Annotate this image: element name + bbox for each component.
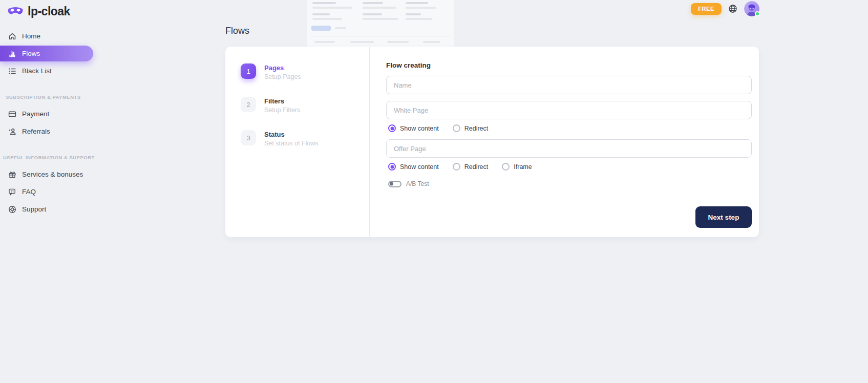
step-pages[interactable]: 1 Pages Setup Pages (241, 63, 369, 80)
radio-icon (453, 163, 460, 171)
sidebar-item-label: Referrals (22, 127, 50, 135)
radio-icon (453, 124, 460, 132)
support-icon (8, 205, 16, 214)
sidebar-item-flows[interactable]: Flows (0, 46, 93, 61)
offer-page-redirect-radio[interactable]: Redirect (453, 163, 489, 171)
toggle-knob-icon (390, 182, 393, 186)
offer-page-show-content-radio[interactable]: Show content (388, 163, 439, 171)
step-filters[interactable]: 2 Filters Setup Filters (241, 97, 369, 114)
flow-creating-card: 1 Pages Setup Pages 2 Filters Setup Filt… (225, 47, 759, 237)
user-avatar[interactable] (744, 1, 759, 16)
topbar: FREE (691, 1, 759, 16)
sidebar-item-label: FAQ (22, 188, 36, 196)
white-page-redirect-radio[interactable]: Redirect (453, 124, 489, 132)
step-subtitle: Set status of Flows (264, 140, 319, 147)
radio-icon (388, 124, 396, 132)
sidebar-item-black-list[interactable]: Black List (0, 63, 93, 79)
sidebar-item-faq[interactable]: ?! FAQ (0, 184, 93, 200)
step-status[interactable]: 3 Status Set status of Flows (241, 130, 369, 147)
main-nav: Home Flows Black List SUBSCRIPTION & PAY… (0, 28, 93, 217)
sidebar-item-support[interactable]: Support (0, 201, 93, 217)
app-name: lp-cloak (28, 5, 70, 18)
language-globe-icon[interactable] (728, 4, 737, 13)
referrals-icon (8, 127, 16, 136)
plan-badge-button[interactable]: FREE (691, 3, 722, 15)
sidebar-item-label: Home (22, 32, 40, 40)
ab-test-row: A/B Test (388, 180, 752, 187)
offer-page-iframe-radio[interactable]: Iframe (502, 163, 532, 171)
white-page-input[interactable] (386, 101, 752, 119)
flow-creating-form: Flow creating Show content Redirect Show… (370, 47, 759, 237)
home-icon (8, 32, 16, 40)
ghost-panel (307, 0, 454, 47)
sidebar-item-label: Payment (22, 110, 49, 118)
gift-icon (8, 171, 16, 179)
radio-icon (388, 163, 396, 171)
sidebar-item-home[interactable]: Home (0, 28, 93, 44)
stepper: 1 Pages Setup Pages 2 Filters Setup Filt… (225, 47, 370, 237)
section-useful-info-support: USEFUL INFORMATION & SUPPORT (0, 155, 93, 160)
flow-name-input[interactable] (386, 76, 752, 94)
ab-test-toggle[interactable] (388, 181, 401, 187)
form-title: Flow creating (386, 61, 752, 69)
svg-text:?!: ?! (11, 189, 14, 193)
step-title: Status (264, 130, 319, 138)
ab-test-label: A/B Test (406, 180, 429, 187)
step-number: 2 (241, 97, 256, 112)
step-subtitle: Setup Pages (264, 73, 301, 80)
offer-page-mode-radios: Show content Redirect Iframe (388, 163, 752, 171)
sidebar-item-services-bonuses[interactable]: Services & bonuses (0, 166, 93, 182)
sidebar-item-label: Support (22, 205, 46, 213)
mask-logo-icon (7, 6, 24, 17)
offer-page-input[interactable] (386, 139, 752, 158)
online-status-dot (755, 11, 760, 16)
radio-icon (502, 163, 510, 171)
white-page-mode-radios: Show content Redirect (388, 124, 752, 132)
sidebar-item-label: Services & bonuses (22, 171, 83, 178)
flows-icon (8, 50, 16, 58)
page-title: Flows (225, 26, 249, 36)
step-title: Pages (264, 63, 301, 72)
form-actions: Next step (386, 206, 752, 228)
credit-card-icon (8, 110, 16, 118)
sidebar-item-label: Black List (22, 67, 52, 75)
faq-icon: ?! (8, 188, 16, 196)
sidebar-item-label: Flows (22, 50, 40, 57)
section-subscription-payments: SUBSCRIPTION & PAYMENTS (0, 94, 93, 100)
list-icon (8, 67, 16, 75)
app-logo[interactable]: lp-cloak (0, 0, 93, 19)
sidebar: lp-cloak Home Flows Black List (0, 0, 93, 383)
step-title: Filters (264, 97, 300, 105)
step-number: 1 (241, 63, 256, 79)
step-subtitle: Setup Filters (264, 107, 300, 114)
step-number: 3 (241, 130, 256, 145)
sidebar-item-referrals[interactable]: Referrals (0, 123, 93, 139)
sidebar-item-payment[interactable]: Payment (0, 106, 93, 122)
white-page-show-content-radio[interactable]: Show content (388, 124, 439, 132)
next-step-button[interactable]: Next step (695, 206, 752, 228)
